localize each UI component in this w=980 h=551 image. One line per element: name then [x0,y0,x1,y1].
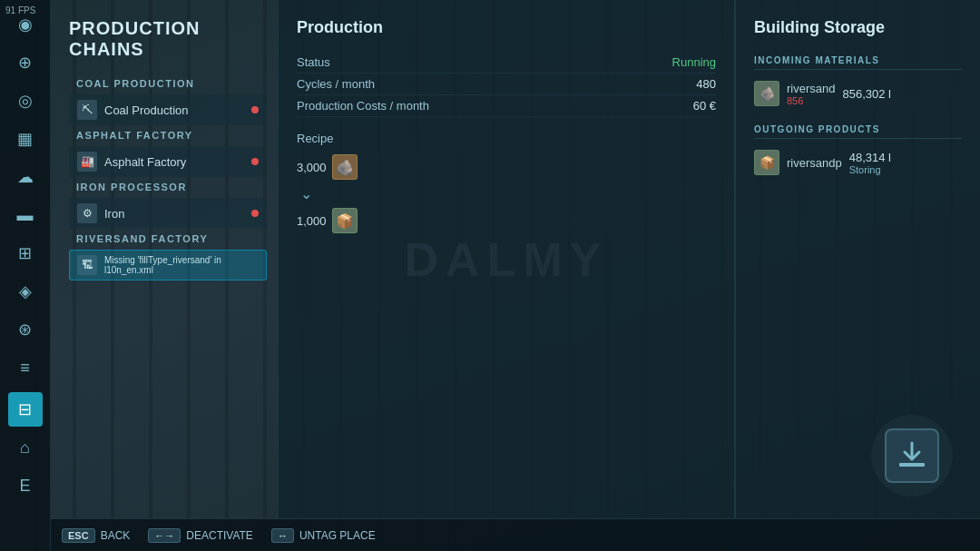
chain-section-header: COAL PRODUCTION [69,74,267,93]
prod-row-label: Cycles / month [297,77,375,91]
production-row: Production Costs / month60 € [297,95,716,117]
storage-item-value: 48,314 l [849,151,891,164]
storage-sections: INCOMING MATERIALS🪨riversand856856,302 l… [754,52,962,190]
bottom-bar-button[interactable]: ←→DEACTIVATE [148,528,253,543]
recipe-output-icon: 📦 [332,208,358,233]
bottom-buttons: ESCBACK←→DEACTIVATE↔UNTAG PLACE [62,528,376,543]
chain-item[interactable]: ⚙Iron [69,198,267,229]
prod-row-label: Status [297,55,330,69]
bottom-bar-key: ESC [62,528,95,543]
chain-item-label: Iron [104,207,248,221]
download-area [871,415,953,497]
fps-counter: 91 FPS [5,5,35,15]
recipe-output-amount: 1,000 [297,214,327,228]
recipe-input-icon: 🪨 [332,154,358,180]
chains-list: COAL PRODUCTION⛏Coal ProductionASPHALT F… [69,74,267,281]
main-content: PRODUCTION CHAINS COAL PRODUCTION⛏Coal P… [51,0,980,518]
recipe-input-amount: 3,000 [297,161,327,174]
chain-item-icon: 🏭 [77,152,97,172]
production-panel-title: Production [297,18,716,37]
chain-item-status-dot [251,106,259,113]
building-icon[interactable]: ⌂ [8,430,43,465]
prod-row-value: Running [672,55,716,69]
storage-item: 📦riversandp48,314 lStoring [754,146,962,179]
storage-item-name: riversandp [787,156,842,170]
chain-section-header: ASPHALT FACTORY [69,126,267,144]
download-icon [885,428,939,483]
steering-icon[interactable]: ◎ [8,84,43,118]
watermark: DALMY [405,232,609,287]
chain-item-status-dot [251,158,259,165]
chain-item[interactable]: ⛏Coal Production [69,94,267,125]
chain-section-header: RIVERSAND FACTORY [69,230,267,248]
storage-item: 🪨riversand856856,302 l [754,77,962,110]
recipe-arrow-icon: ⌄ [300,185,312,202]
chain-item[interactable]: 🏭Asphalt Factory [69,146,267,177]
storage-section-header: INCOMING MATERIALS [754,52,962,70]
recipe-input: 3,000 🪨 [297,154,358,180]
bottom-bar-label: BACK [101,529,131,542]
bottom-bar-key: ↔ [271,528,294,543]
bottom-bar-button[interactable]: ↔UNTAG PLACE [271,528,376,543]
storage-item-value: 856,302 l [842,87,891,101]
recipe-area: 3,000 🪨 ⌄ 1,000 📦 [297,154,716,233]
finance-icon[interactable]: ◈ [8,274,43,309]
bottom-bar-label: DEACTIVATE [186,529,253,542]
chain-item[interactable]: 🏗Missing 'fillType_riversand' in l10n_en… [69,250,267,280]
recipe-output: 1,000 📦 [297,208,358,233]
chain-section-header: IRON PROCESSOR [69,178,267,196]
chain-item-label: Asphalt Factory [104,155,248,169]
recipe-label: Recipe [297,132,716,145]
bottom-bar: ESCBACK←→DEACTIVATE↔UNTAG PLACE [51,518,980,551]
camera-icon[interactable]: ⊕ [8,45,43,80]
chain-item-label: Coal Production [104,103,248,117]
bottom-bar-key: ←→ [148,528,181,543]
production-row: Cycles / month480 [297,74,716,95]
storage-item-status: Storing [849,164,891,175]
tractor-icon[interactable]: ⊞ [8,236,43,271]
chain-item-icon: 🏗 [77,255,97,275]
settings-icon[interactable]: E [8,468,43,503]
chain-item-icon: ⚙ [77,203,97,223]
factory-icon[interactable]: ⊟ [8,392,43,427]
chains-panel-title: PRODUCTION CHAINS [69,18,267,60]
bottom-bar-label: UNTAG PLACE [299,529,376,542]
chain-item-icon: ⛏ [77,100,97,120]
storage-section-header: OUTGOING PRODUCTS [754,121,962,139]
storage-panel-title: Building Storage [754,18,962,37]
prod-row-value: 480 [696,77,716,91]
prod-row-value: 60 € [693,99,716,113]
weather-icon[interactable]: ☁ [8,160,43,194]
production-chains-panel: PRODUCTION CHAINS COAL PRODUCTION⛏Coal P… [51,0,278,518]
bottom-bar-button[interactable]: ESCBACK [62,528,130,543]
prod-row-label: Production Costs / month [297,99,429,113]
storage-section: OUTGOING PRODUCTS📦riversandp48,314 lStor… [754,121,962,179]
chain-item-status-dot [251,210,259,217]
stats-icon[interactable]: ▬ [8,198,43,232]
storage-item-icon: 🪨 [754,81,779,106]
production-rows: StatusRunningCycles / month480Production… [297,52,716,117]
sidebar: ◉⊕◎▦☁▬⊞◈⊛≡⊟⌂E [0,0,51,551]
animal-icon[interactable]: ⊛ [8,312,43,347]
production-row: StatusRunning [297,52,716,74]
storage-section: INCOMING MATERIALS🪨riversand856856,302 l [754,52,962,110]
production-panel: DALMY Production StatusRunningCycles / m… [278,0,735,518]
storage-item-icon: 📦 [754,150,779,175]
chain-item-label: Missing 'fillType_riversand' in l10n_en.… [104,255,259,275]
contract-icon[interactable]: ≡ [8,350,43,385]
svg-rect-0 [899,463,925,467]
recipe-arrow-row: ⌄ [297,185,312,202]
storage-item-name: riversand856 [787,82,835,106]
calendar-icon[interactable]: ▦ [8,122,43,156]
